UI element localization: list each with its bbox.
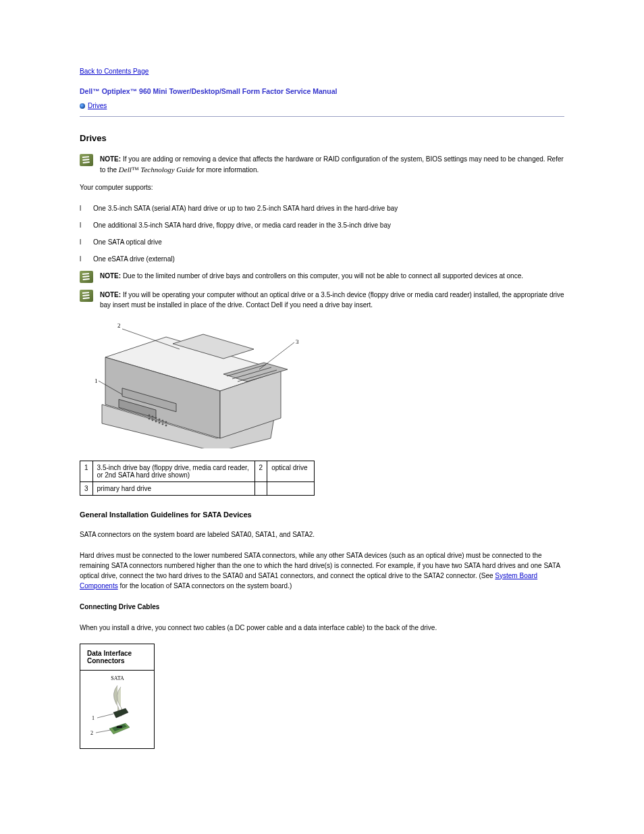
note-body: Due to the limited number of drive bays …	[121, 272, 523, 280]
diagram-label-2: 2	[90, 730, 93, 736]
list-text: One eSATA drive (external)	[93, 254, 175, 264]
diagram-callout-3: 3	[296, 338, 299, 345]
note-icon	[80, 271, 93, 283]
svg-point-19	[155, 421, 157, 422]
back-to-contents-link[interactable]: Back to Contents Page	[80, 68, 149, 75]
cables-subheading: Connecting Drive Cables	[80, 602, 564, 612]
sata-label: SATA	[111, 675, 124, 681]
list-text: One 3.5-inch SATA (serial ATA) hard driv…	[93, 203, 398, 213]
svg-point-20	[159, 422, 160, 423]
callout-num: 2	[254, 461, 267, 481]
list-item: l One 3.5-inch SATA (serial ATA) hard dr…	[80, 203, 564, 213]
note-3: NOTE: If you will be operating your comp…	[80, 290, 564, 310]
list-item: l One eSATA drive (external)	[80, 254, 564, 264]
note-text: NOTE: If you will be operating your comp…	[100, 290, 564, 310]
note-text: NOTE: Due to the limited number of drive…	[100, 271, 523, 281]
body-span: for the location of SATA connectors on t…	[118, 582, 292, 590]
note-prefix: NOTE:	[100, 272, 121, 280]
note-prefix: NOTE:	[100, 291, 121, 298]
callout-text: optical drive	[267, 461, 315, 481]
chassis-illustration: 1 2 3	[85, 317, 301, 448]
bold-label: Connecting Drive Cables	[80, 603, 159, 610]
table-row: Data Interface Connectors	[80, 644, 155, 670]
cable-caption: Data Interface Connectors	[80, 644, 155, 670]
list-item: l One additional 3.5-inch SATA hard driv…	[80, 220, 564, 230]
callout-table: 1 3.5-inch drive bay (floppy drive, medi…	[80, 461, 315, 496]
section-heading-drives: Drives	[80, 133, 564, 143]
list-marker: l	[80, 237, 89, 247]
svg-point-21	[162, 423, 163, 425]
svg-rect-30	[116, 726, 122, 728]
svg-point-13	[155, 417, 157, 419]
callout-text: primary hard drive	[92, 481, 254, 495]
table-row: 1 3.5-inch drive bay (floppy drive, medi…	[80, 461, 315, 481]
callout-empty	[267, 481, 315, 495]
svg-point-14	[159, 419, 160, 420]
svg-point-18	[152, 419, 153, 421]
note-body: If you will be operating your computer w…	[100, 291, 564, 309]
callout-empty	[254, 481, 267, 495]
cable-image-cell: SATA 1 2	[80, 670, 155, 748]
svg-point-16	[165, 421, 167, 423]
note-text: NOTE: If you are adding or removing a de…	[100, 154, 564, 176]
list-text: One SATA optical drive	[93, 237, 162, 247]
sata-connector-illustration: SATA 1 2	[84, 673, 151, 744]
horizontal-rule	[80, 116, 564, 117]
body-text: When you install a drive, you connect tw…	[80, 623, 564, 633]
diagram-label-1: 1	[92, 715, 95, 721]
bullet-icon	[80, 103, 85, 109]
toc-row: Drives	[80, 102, 564, 109]
svg-point-12	[152, 416, 153, 417]
svg-point-17	[149, 418, 150, 419]
list-marker: l	[80, 203, 89, 213]
intro-text: Your computer supports:	[80, 182, 564, 192]
svg-point-22	[165, 425, 167, 426]
callout-num: 3	[80, 481, 93, 495]
table-row: SATA 1 2	[80, 670, 155, 748]
svg-line-27	[97, 714, 113, 718]
body-text: Hard drives must be connected to the low…	[80, 550, 564, 591]
table-row: 3 primary hard drive	[80, 481, 315, 495]
note-2: NOTE: Due to the limited number of drive…	[80, 271, 564, 283]
diagram-callout-2: 2	[117, 322, 121, 329]
svg-point-11	[149, 415, 150, 416]
svg-line-25	[259, 342, 294, 369]
body-text: SATA connectors on the system board are …	[80, 529, 564, 540]
svg-point-15	[162, 420, 163, 421]
list-marker: l	[80, 220, 89, 230]
subheading-sata-guidelines: General Installation Guidelines for SATA…	[80, 511, 564, 519]
note-prefix: NOTE:	[100, 155, 121, 163]
note-italic: Dell™ Technology Guide	[119, 165, 194, 174]
manual-title: Dell™ Optiplex™ 960 Mini Tower/Desktop/S…	[80, 87, 564, 95]
list-marker: l	[80, 254, 89, 264]
note-after: for more information.	[194, 166, 259, 174]
note-icon	[80, 290, 93, 302]
list-item: l One SATA optical drive	[80, 237, 564, 247]
svg-line-31	[96, 730, 111, 733]
list-text: One additional 3.5-inch SATA hard drive,…	[93, 220, 391, 230]
chassis-diagram: 1 2 3	[85, 317, 301, 448]
body-span: Hard drives must be connected to the low…	[80, 552, 560, 579]
note-1: NOTE: If you are adding or removing a de…	[80, 154, 564, 176]
note-icon	[80, 154, 93, 166]
cable-figure-table: Data Interface Connectors SATA 1	[80, 644, 155, 749]
diagram-callout-1: 1	[95, 377, 98, 384]
callout-num: 1	[80, 461, 93, 481]
toc-link-drives[interactable]: Drives	[88, 102, 107, 109]
callout-text: 3.5-inch drive bay (floppy drive, media …	[92, 461, 254, 481]
